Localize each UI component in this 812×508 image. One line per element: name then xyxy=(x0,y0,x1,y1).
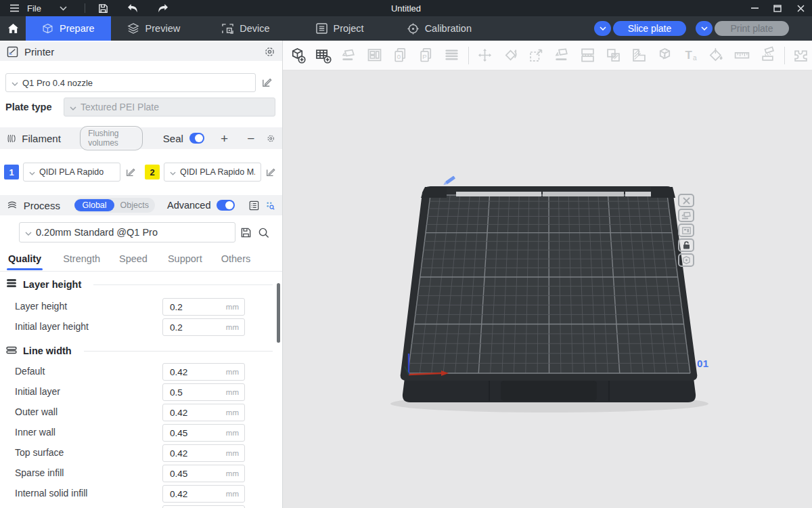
orient-plate-icon[interactable] xyxy=(678,209,694,222)
setting-input[interactable]: 0.42mm xyxy=(162,404,245,421)
parameter-list-icon[interactable] xyxy=(249,200,259,211)
assembly-icon[interactable] xyxy=(790,45,811,66)
undo-icon[interactable] xyxy=(126,1,141,15)
setting-input[interactable]: 0.42mm xyxy=(162,485,245,503)
filament-1-select[interactable]: QIDI PLA Rapido xyxy=(23,163,120,182)
edit-printer-icon[interactable] xyxy=(261,76,273,89)
edit-plate-name-icon[interactable] xyxy=(443,175,455,186)
layer-height-icon xyxy=(5,278,18,291)
minimize-icon[interactable] xyxy=(743,0,766,16)
setting-input[interactable]: 0.45mm xyxy=(162,465,245,482)
file-chevron-icon[interactable] xyxy=(56,1,71,15)
setting-input[interactable]: 0.2mm xyxy=(162,318,245,336)
setting-label: Initial layer height xyxy=(15,321,89,332)
object-list-icon[interactable] xyxy=(441,45,461,66)
delete-plate-icon[interactable] xyxy=(678,194,694,207)
chevron-down-icon xyxy=(29,167,35,177)
text-tool-icon[interactable]: Ta xyxy=(680,45,700,66)
cut-icon[interactable] xyxy=(654,45,675,66)
plate-number-label[interactable]: 01 xyxy=(697,358,709,369)
save-icon[interactable] xyxy=(96,1,111,15)
printer-title: Printer xyxy=(24,46,54,58)
file-menu[interactable]: File xyxy=(27,3,41,14)
edit-filament-1-icon[interactable] xyxy=(124,165,137,178)
measure-icon[interactable] xyxy=(731,45,752,66)
svg-text:a: a xyxy=(692,54,696,62)
process-section-header: Process Global Objects Advanced xyxy=(0,195,282,215)
printer-preset-select[interactable]: Q1 Pro 0.4 nozzle xyxy=(5,73,256,92)
move-icon[interactable] xyxy=(474,45,495,66)
paste-icon[interactable]: P xyxy=(415,45,436,66)
setting-input[interactable]: 0.42mm xyxy=(162,444,245,462)
advanced-toggle[interactable] xyxy=(217,200,234,211)
panel-scrollbar[interactable] xyxy=(277,283,280,343)
copy-icon[interactable]: 0 xyxy=(390,45,410,66)
viewport-3d[interactable]: 01 xyxy=(283,70,812,508)
plate-settings-icon[interactable] xyxy=(678,253,694,267)
tab-others[interactable]: Others xyxy=(221,249,251,268)
setting-row: Outer wall0.42mm xyxy=(0,402,282,423)
setting-input[interactable]: 0.5mm xyxy=(162,383,245,401)
edit-filament-2-icon[interactable] xyxy=(264,165,277,178)
save-preset-icon[interactable] xyxy=(240,226,252,239)
seam-paint-icon[interactable] xyxy=(757,45,777,66)
print-options-chevron-icon[interactable] xyxy=(696,21,713,36)
auto-orient-icon[interactable] xyxy=(338,45,359,66)
add-model-icon[interactable] xyxy=(287,45,307,66)
print-plate-button[interactable]: Print plate xyxy=(715,21,789,36)
lay-on-face-icon[interactable] xyxy=(551,45,572,66)
color-paint-icon[interactable] xyxy=(706,45,726,66)
split-to-objects-icon[interactable] xyxy=(603,45,623,66)
plate-type-select[interactable]: Textured PEI Plate xyxy=(64,98,275,117)
setting-input[interactable]: 0.42mm xyxy=(162,363,245,381)
remove-filament-button[interactable]: − xyxy=(247,132,254,145)
tab-quality[interactable]: Quality xyxy=(8,249,41,268)
setting-input[interactable]: 0.45mm xyxy=(162,424,245,442)
segment-objects[interactable]: Objects xyxy=(114,199,155,211)
split-to-plates-icon[interactable] xyxy=(577,45,597,66)
maximize-icon[interactable] xyxy=(766,0,789,16)
add-plate-icon[interactable] xyxy=(313,45,333,66)
lock-plate-icon[interactable] xyxy=(678,238,694,252)
process-preset-select[interactable]: 0.20mm Standard @Q1 Pro xyxy=(19,222,235,242)
arrange-icon[interactable] xyxy=(364,45,384,66)
tab-strength[interactable]: Strength xyxy=(63,249,100,268)
tab-device[interactable]: Device xyxy=(206,16,286,41)
tab-calibration[interactable]: Calibration xyxy=(391,16,488,41)
toolbar-separator xyxy=(784,47,785,64)
advanced-label: Advanced xyxy=(167,200,211,211)
slice-options-chevron-icon[interactable] xyxy=(594,21,611,36)
filament-settings-gear-icon[interactable] xyxy=(267,133,275,144)
close-icon[interactable] xyxy=(789,0,812,16)
setting-input[interactable]: 0.2mm xyxy=(162,298,245,316)
segment-global[interactable]: Global xyxy=(74,199,114,211)
rotate-icon[interactable] xyxy=(500,45,520,66)
filament-1-swatch[interactable]: 1 xyxy=(4,165,19,179)
arrange-plate-icon[interactable] xyxy=(678,224,694,237)
tab-project[interactable]: Project xyxy=(300,16,380,41)
slice-plate-button[interactable]: Slice plate xyxy=(613,21,686,36)
setting-input[interactable] xyxy=(162,505,245,508)
search-preset-icon[interactable] xyxy=(257,226,270,239)
seal-toggle[interactable] xyxy=(189,133,204,144)
tab-preview[interactable]: Preview xyxy=(111,16,197,41)
tab-prepare[interactable]: Prepare xyxy=(26,16,111,41)
line-width-icon xyxy=(5,345,18,357)
home-button[interactable] xyxy=(0,16,26,41)
flushing-volumes-button[interactable]: Flushing volumes xyxy=(80,126,143,150)
redo-icon[interactable] xyxy=(156,1,171,15)
printer-settings-gear-icon[interactable] xyxy=(264,46,275,58)
viewport-toolbar: 0PTa xyxy=(283,41,812,70)
tab-speed[interactable]: Speed xyxy=(119,249,148,268)
global-objects-segmented[interactable]: Global Objects xyxy=(74,198,155,213)
fill-icon[interactable] xyxy=(629,45,649,66)
printer-icon xyxy=(7,46,18,58)
scale-icon[interactable] xyxy=(526,45,546,66)
add-filament-button[interactable]: + xyxy=(221,132,228,145)
setting-row: Inner wall0.45mm xyxy=(0,423,282,443)
filament-2-select[interactable]: QIDI PLA Rapido M... xyxy=(164,163,261,182)
filament-2-swatch[interactable]: 2 xyxy=(145,165,160,179)
search-settings-icon[interactable] xyxy=(265,200,275,211)
tab-support[interactable]: Support xyxy=(168,249,202,268)
menu-icon[interactable] xyxy=(7,1,22,15)
